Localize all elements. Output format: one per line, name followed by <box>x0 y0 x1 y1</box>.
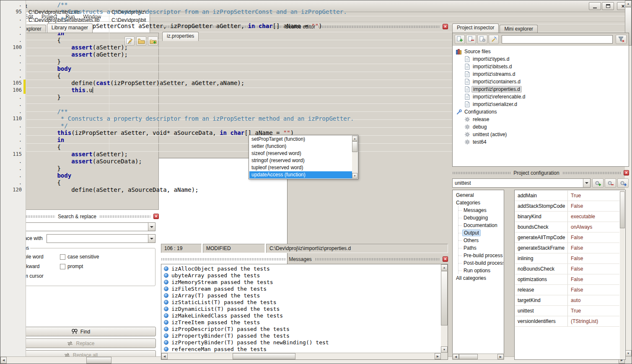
remove-configuration-button[interactable] <box>605 178 616 188</box>
category-debugging[interactable]: Debugging <box>453 214 503 222</box>
scroll-right-icon[interactable]: ▶ <box>435 353 441 359</box>
scroll-up-icon[interactable]: ▲ <box>441 264 448 271</box>
property-value[interactable]: False <box>568 274 619 284</box>
property-row[interactable]: noBoundsCheckFalse <box>515 264 619 274</box>
property-row[interactable]: inliningFalse <box>515 253 619 264</box>
tree-item-release[interactable]: release <box>453 116 629 123</box>
property-row[interactable]: addMainTrue <box>515 191 619 201</box>
tab-project-inspector[interactable]: Project inspector <box>452 23 499 33</box>
property-row[interactable]: optimizationsFalse <box>515 274 619 285</box>
property-value[interactable]: True <box>568 191 619 201</box>
category-hscrollbar[interactable]: ◀ ▶ <box>452 354 504 360</box>
tree-item-configurations[interactable]: Configurations <box>453 108 629 116</box>
property-value[interactable]: True <box>568 306 619 316</box>
property-value[interactable]: False <box>568 201 619 211</box>
tab-iz-properties[interactable]: iz.properties <box>162 32 199 41</box>
inspector-filter-input[interactable] <box>502 35 613 44</box>
message-row[interactable]: referenceMan passed the tests <box>162 346 440 352</box>
property-row[interactable]: generateAllTmpCodeFalse <box>515 232 619 243</box>
add-configuration-button[interactable] <box>592 178 604 188</box>
category-pre-build-process[interactable]: Pre-build process <box>453 252 503 259</box>
add-source-button[interactable] <box>455 35 465 44</box>
tab-mini-explorer[interactable]: Mini explorer <box>500 25 538 33</box>
property-value[interactable]: False <box>568 253 619 263</box>
category-messages[interactable]: Messages <box>453 207 503 214</box>
message-row[interactable]: izPropDescriptor(T) passed the tests <box>162 325 440 332</box>
property-value[interactable]: False <box>568 232 619 243</box>
wand-button[interactable] <box>489 35 499 44</box>
property-row[interactable]: addStackStompCodeFalse <box>515 201 619 212</box>
tree-item-import-iz-types-d[interactable]: import\iz\types.d <box>453 55 629 63</box>
scroll-down-icon[interactable]: ▼ <box>625 350 632 356</box>
property-row[interactable]: boundsCheckonAlways <box>515 222 619 232</box>
tree-item-source-files[interactable]: Source files <box>453 48 629 55</box>
message-row[interactable]: ubyteArray passed the tests <box>162 272 440 279</box>
remove-source-button[interactable] <box>466 35 476 44</box>
completion-scrollbar[interactable]: ▲ ▼ <box>352 136 357 178</box>
completion-item[interactable]: setPropTarget (function) <box>249 136 352 143</box>
property-grid-vscrollbar[interactable] <box>620 191 625 359</box>
message-row[interactable]: izDynamicList(T) passed the tests <box>162 305 440 312</box>
tree-item-unittest-active[interactable]: unittest (active) <box>453 131 629 138</box>
chevron-down-icon[interactable] <box>583 179 590 187</box>
tree-item-debug[interactable]: debug <box>453 123 629 131</box>
property-row[interactable]: unittestTrue <box>515 306 619 316</box>
tab-library-manager[interactable]: Library manager <box>47 23 93 33</box>
tree-item-test64[interactable]: test64 <box>453 138 629 146</box>
scroll-up-icon[interactable]: ▲ <box>625 0 632 7</box>
category-categories[interactable]: Categories <box>453 199 503 207</box>
scroll-up-icon[interactable]: ▲ <box>352 136 357 141</box>
property-value[interactable]: (TStringList) <box>568 316 619 326</box>
message-row[interactable]: izTreeItem passed the tests <box>162 319 440 325</box>
category-documentation[interactable]: Documentation <box>453 222 503 229</box>
clone-configuration-button[interactable] <box>617 178 629 188</box>
completion-item[interactable]: setter (function) <box>249 143 352 150</box>
property-value[interactable]: False <box>568 243 619 253</box>
scroll-thumb[interactable] <box>86 357 111 364</box>
property-value[interactable]: False <box>568 285 619 295</box>
category-paths[interactable]: Paths <box>453 244 503 252</box>
category-run-options[interactable]: Run options <box>453 267 503 274</box>
close-messages-panel-button[interactable]: × <box>443 256 448 262</box>
completion-popup[interactable]: setPropTarget (function)setter (function… <box>249 135 358 179</box>
scroll-thumb[interactable] <box>620 191 625 228</box>
property-value[interactable]: auto <box>568 295 619 305</box>
close-configuration-panel-button[interactable]: × <box>624 170 629 176</box>
refresh-sources-button[interactable] <box>477 35 487 44</box>
message-row[interactable]: izMakeLinkedClass passed the tests <box>162 312 440 319</box>
message-row[interactable]: izFileStream passed the tests <box>162 285 440 292</box>
tree-item-import-iz-referencable-d[interactable]: import\iz\referencable.d <box>453 93 629 101</box>
scroll-left-icon[interactable]: ◀ <box>0 357 7 364</box>
tree-item-import-iz-properties-d[interactable]: import\iz\properties.d <box>453 85 629 93</box>
messages-vscrollbar[interactable]: ▲ ▼ <box>441 264 448 353</box>
scroll-thumb[interactable] <box>233 353 295 359</box>
scroll-thumb[interactable] <box>459 354 478 359</box>
category-general[interactable]: General <box>453 191 503 199</box>
property-row[interactable]: binaryKindexecutable <box>515 212 619 222</box>
message-row[interactable]: izMemoryStream passed the tests <box>162 279 440 285</box>
message-row[interactable]: izPropertyBinder(T) passed the tests <box>162 332 440 339</box>
scroll-left-icon[interactable]: ◀ <box>161 353 168 359</box>
property-row[interactable]: versionIdentifiers(TStringList) <box>515 316 619 327</box>
category-post-build-process[interactable]: Post-build process <box>453 259 503 267</box>
completion-item[interactable]: tupleof (reserved word) <box>249 164 352 171</box>
configuration-combo[interactable]: unittest <box>452 178 591 188</box>
message-row[interactable]: izStaticList(T) passed the tests <box>162 299 440 305</box>
scroll-right-icon[interactable]: ▶ <box>497 354 504 359</box>
tree-item-import-iz-bitsets-d[interactable]: import\iz\bitsets.d <box>453 63 629 70</box>
property-value[interactable]: onAlways <box>568 222 619 232</box>
property-row[interactable]: targetKindauto <box>515 295 619 306</box>
tree-item-import-iz-streams-d[interactable]: import\iz\streams.d <box>453 70 629 78</box>
category-others[interactable]: Others <box>453 237 503 244</box>
tree-item-import-iz-containers-d[interactable]: import\iz\containers.d <box>453 78 629 85</box>
message-row[interactable]: izPropertyBinder(T) passed the newBindin… <box>162 339 440 346</box>
message-row[interactable]: izAllocObject passed the tests <box>162 265 440 272</box>
scroll-thumb[interactable] <box>352 141 357 152</box>
filter-button[interactable] <box>616 35 627 44</box>
scroll-thumb[interactable] <box>441 271 448 325</box>
completion-item[interactable]: stringof (reserved word) <box>249 157 352 164</box>
property-value[interactable]: False <box>568 264 619 274</box>
scroll-left-icon[interactable]: ◀ <box>453 354 459 359</box>
scroll-down-icon[interactable]: ▼ <box>441 346 448 353</box>
property-value[interactable]: executable <box>568 212 619 222</box>
